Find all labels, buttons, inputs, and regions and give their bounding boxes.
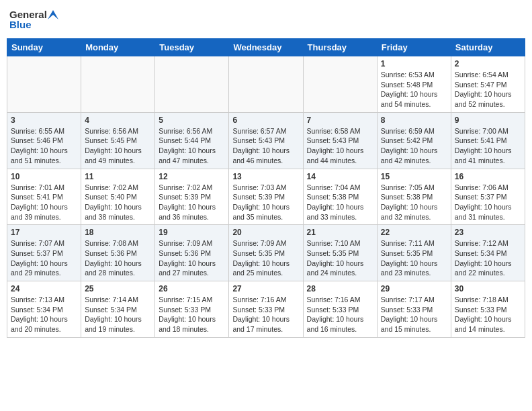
day-info: Sunrise: 7:12 AM Sunset: 5:34 PM Dayligh… — [455, 238, 521, 278]
calendar-cell: 29Sunrise: 7:17 AM Sunset: 5:33 PM Dayli… — [377, 281, 451, 338]
calendar-cell: 3Sunrise: 6:55 AM Sunset: 5:46 PM Daylig… — [7, 112, 81, 169]
weekday-header-friday: Friday — [377, 39, 451, 56]
day-number: 17 — [11, 228, 77, 237]
day-number: 27 — [232, 284, 299, 293]
calendar-week-4: 17Sunrise: 7:07 AM Sunset: 5:37 PM Dayli… — [7, 225, 525, 281]
calendar-cell: 22Sunrise: 7:11 AM Sunset: 5:35 PM Dayli… — [377, 225, 451, 281]
calendar-cell: 30Sunrise: 7:18 AM Sunset: 5:33 PM Dayli… — [451, 281, 525, 338]
day-info: Sunrise: 7:17 AM Sunset: 5:33 PM Dayligh… — [381, 295, 447, 334]
day-info: Sunrise: 7:07 AM Sunset: 5:37 PM Dayligh… — [11, 238, 77, 278]
calendar-table: SundayMondayTuesdayWednesdayThursdayFrid… — [7, 38, 525, 338]
logo: General Blue — [9, 9, 58, 30]
day-info: Sunrise: 7:16 AM Sunset: 5:33 PM Dayligh… — [307, 295, 373, 334]
calendar-cell — [155, 56, 229, 113]
day-info: Sunrise: 7:15 AM Sunset: 5:33 PM Dayligh… — [159, 295, 225, 334]
calendar-cell: 23Sunrise: 7:12 AM Sunset: 5:34 PM Dayli… — [451, 225, 525, 281]
day-info: Sunrise: 6:59 AM Sunset: 5:42 PM Dayligh… — [381, 126, 447, 166]
calendar-week-1: 1Sunrise: 6:53 AM Sunset: 5:48 PM Daylig… — [7, 56, 525, 113]
calendar-cell: 20Sunrise: 7:09 AM Sunset: 5:35 PM Dayli… — [229, 225, 303, 281]
calendar-cell — [7, 56, 81, 113]
weekday-header-thursday: Thursday — [303, 39, 377, 56]
calendar-cell: 13Sunrise: 7:03 AM Sunset: 5:39 PM Dayli… — [229, 169, 303, 225]
weekday-header-saturday: Saturday — [451, 39, 525, 56]
weekday-header-sunday: Sunday — [7, 39, 81, 56]
calendar-week-3: 10Sunrise: 7:01 AM Sunset: 5:41 PM Dayli… — [7, 169, 525, 225]
logo-blue: Blue — [9, 19, 32, 31]
calendar-cell: 19Sunrise: 7:09 AM Sunset: 5:36 PM Dayli… — [155, 225, 229, 281]
day-number: 16 — [455, 172, 521, 181]
page-header: General Blue — [7, 7, 525, 33]
calendar-cell: 17Sunrise: 7:07 AM Sunset: 5:37 PM Dayli… — [7, 225, 81, 281]
day-info: Sunrise: 7:09 AM Sunset: 5:35 PM Dayligh… — [232, 238, 299, 278]
calendar-cell: 11Sunrise: 7:02 AM Sunset: 5:40 PM Dayli… — [81, 169, 155, 225]
day-info: Sunrise: 7:10 AM Sunset: 5:35 PM Dayligh… — [307, 238, 373, 278]
day-info: Sunrise: 7:14 AM Sunset: 5:34 PM Dayligh… — [85, 295, 151, 334]
day-info: Sunrise: 6:53 AM Sunset: 5:48 PM Dayligh… — [381, 70, 447, 109]
day-info: Sunrise: 6:58 AM Sunset: 5:43 PM Dayligh… — [307, 126, 373, 166]
calendar-cell: 26Sunrise: 7:15 AM Sunset: 5:33 PM Dayli… — [155, 281, 229, 338]
calendar-cell — [81, 56, 155, 113]
calendar-cell: 27Sunrise: 7:16 AM Sunset: 5:33 PM Dayli… — [229, 281, 303, 338]
day-info: Sunrise: 7:05 AM Sunset: 5:38 PM Dayligh… — [381, 183, 447, 222]
calendar-cell: 6Sunrise: 6:57 AM Sunset: 5:43 PM Daylig… — [229, 112, 303, 169]
weekday-header-wednesday: Wednesday — [229, 39, 303, 56]
calendar-week-2: 3Sunrise: 6:55 AM Sunset: 5:46 PM Daylig… — [7, 112, 525, 169]
calendar-cell — [303, 56, 377, 113]
day-number: 14 — [307, 172, 373, 181]
calendar-cell — [229, 56, 303, 113]
day-number: 4 — [85, 116, 151, 125]
calendar-cell: 8Sunrise: 6:59 AM Sunset: 5:42 PM Daylig… — [377, 112, 451, 169]
day-info: Sunrise: 6:54 AM Sunset: 5:47 PM Dayligh… — [455, 70, 521, 109]
day-info: Sunrise: 6:57 AM Sunset: 5:43 PM Dayligh… — [232, 126, 299, 166]
weekday-header-monday: Monday — [81, 39, 155, 56]
calendar-cell: 4Sunrise: 6:56 AM Sunset: 5:45 PM Daylig… — [81, 112, 155, 169]
weekday-header-tuesday: Tuesday — [155, 39, 229, 56]
day-info: Sunrise: 7:18 AM Sunset: 5:33 PM Dayligh… — [455, 295, 521, 334]
day-info: Sunrise: 7:02 AM Sunset: 5:40 PM Dayligh… — [85, 183, 151, 222]
day-number: 22 — [381, 228, 447, 237]
day-number: 6 — [232, 116, 299, 125]
calendar-cell: 18Sunrise: 7:08 AM Sunset: 5:36 PM Dayli… — [81, 225, 155, 281]
day-number: 11 — [85, 172, 151, 181]
calendar-cell: 7Sunrise: 6:58 AM Sunset: 5:43 PM Daylig… — [303, 112, 377, 169]
day-info: Sunrise: 7:03 AM Sunset: 5:39 PM Dayligh… — [232, 183, 299, 222]
day-info: Sunrise: 7:11 AM Sunset: 5:35 PM Dayligh… — [381, 238, 447, 278]
calendar-cell: 28Sunrise: 7:16 AM Sunset: 5:33 PM Dayli… — [303, 281, 377, 338]
day-number: 23 — [455, 228, 521, 237]
day-info: Sunrise: 7:01 AM Sunset: 5:41 PM Dayligh… — [11, 183, 77, 222]
day-number: 1 — [381, 59, 447, 68]
day-number: 9 — [455, 116, 521, 125]
day-number: 19 — [159, 228, 225, 237]
day-number: 21 — [307, 228, 373, 237]
calendar-cell: 2Sunrise: 6:54 AM Sunset: 5:47 PM Daylig… — [451, 56, 525, 113]
day-info: Sunrise: 7:08 AM Sunset: 5:36 PM Dayligh… — [85, 238, 151, 278]
day-info: Sunrise: 7:06 AM Sunset: 5:37 PM Dayligh… — [455, 183, 521, 222]
calendar-cell: 16Sunrise: 7:06 AM Sunset: 5:37 PM Dayli… — [451, 169, 525, 225]
day-number: 30 — [455, 284, 521, 293]
calendar-cell: 1Sunrise: 6:53 AM Sunset: 5:48 PM Daylig… — [377, 56, 451, 113]
day-number: 25 — [85, 284, 151, 293]
day-number: 15 — [381, 172, 447, 181]
logo-bird-icon — [48, 10, 58, 19]
day-number: 28 — [307, 284, 373, 293]
calendar-cell: 25Sunrise: 7:14 AM Sunset: 5:34 PM Dayli… — [81, 281, 155, 338]
day-info: Sunrise: 6:56 AM Sunset: 5:45 PM Dayligh… — [85, 126, 151, 166]
day-info: Sunrise: 7:16 AM Sunset: 5:33 PM Dayligh… — [232, 295, 299, 334]
day-info: Sunrise: 7:13 AM Sunset: 5:34 PM Dayligh… — [11, 295, 77, 334]
calendar-cell: 15Sunrise: 7:05 AM Sunset: 5:38 PM Dayli… — [377, 169, 451, 225]
calendar-cell: 9Sunrise: 7:00 AM Sunset: 5:41 PM Daylig… — [451, 112, 525, 169]
calendar-cell: 10Sunrise: 7:01 AM Sunset: 5:41 PM Dayli… — [7, 169, 81, 225]
day-number: 26 — [159, 284, 225, 293]
day-number: 29 — [381, 284, 447, 293]
calendar-week-5: 24Sunrise: 7:13 AM Sunset: 5:34 PM Dayli… — [7, 281, 525, 338]
day-number: 5 — [159, 116, 225, 125]
weekday-header-row: SundayMondayTuesdayWednesdayThursdayFrid… — [7, 39, 525, 56]
day-info: Sunrise: 7:00 AM Sunset: 5:41 PM Dayligh… — [455, 126, 521, 166]
calendar-cell: 21Sunrise: 7:10 AM Sunset: 5:35 PM Dayli… — [303, 225, 377, 281]
day-number: 8 — [381, 116, 447, 125]
day-info: Sunrise: 7:09 AM Sunset: 5:36 PM Dayligh… — [159, 238, 225, 278]
day-info: Sunrise: 6:55 AM Sunset: 5:46 PM Dayligh… — [11, 126, 77, 166]
calendar-cell: 5Sunrise: 6:56 AM Sunset: 5:44 PM Daylig… — [155, 112, 229, 169]
svg-marker-0 — [48, 10, 58, 19]
day-number: 7 — [307, 116, 373, 125]
